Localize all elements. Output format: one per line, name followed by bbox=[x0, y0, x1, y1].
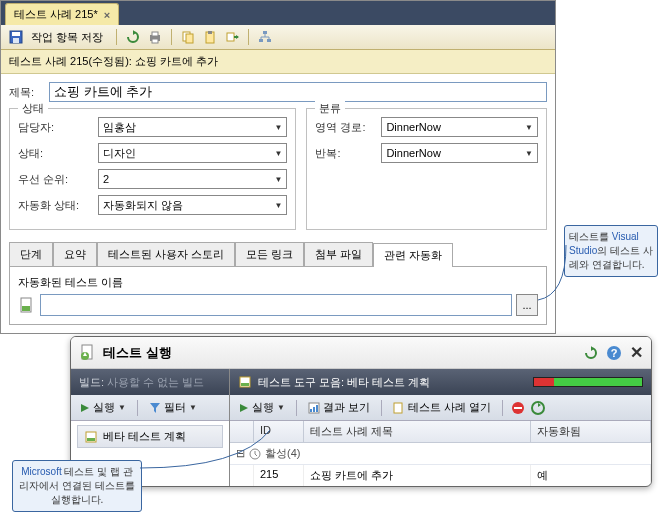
tab-tested-story[interactable]: 테스트된 사용자 스토리 bbox=[97, 242, 235, 266]
view-results-button[interactable]: 결과 보기 bbox=[305, 399, 373, 416]
assignee-combo[interactable]: 임홍삼▼ bbox=[98, 117, 287, 137]
refresh-icon[interactable] bbox=[584, 346, 598, 360]
status-heading: 상태 bbox=[18, 101, 48, 116]
run-icon bbox=[79, 344, 97, 362]
tab-title: 테스트 사례 215* bbox=[14, 7, 98, 22]
test-plan-item[interactable]: 베타 테스트 계획 bbox=[77, 425, 223, 448]
paste-icon[interactable] bbox=[201, 28, 219, 46]
svg-rect-7 bbox=[186, 34, 193, 43]
state-value: 디자인 bbox=[103, 146, 136, 161]
chevron-down-icon: ▼ bbox=[525, 123, 533, 132]
block-icon[interactable] bbox=[511, 401, 525, 415]
assignee-value: 임홍삼 bbox=[103, 120, 136, 135]
tab-related-automation[interactable]: 관련 자동화 bbox=[373, 243, 453, 267]
chevron-down-icon: ▼ bbox=[275, 201, 283, 210]
tab-all-links[interactable]: 모든 링크 bbox=[235, 242, 304, 266]
test-doc-icon bbox=[18, 296, 36, 314]
chevron-down-icon: ▼ bbox=[275, 175, 283, 184]
automation-value: 자동화되지 않음 bbox=[103, 198, 183, 213]
save-label: 작업 항목 저장 bbox=[31, 30, 103, 45]
progress-bar bbox=[533, 377, 643, 387]
status-panel: 상태 담당자: 임홍삼▼ 상태: 디자인▼ 우선 순위: 2▼ 자동화 상태: … bbox=[9, 108, 296, 230]
svg-rect-12 bbox=[259, 39, 263, 42]
title-input[interactable] bbox=[49, 82, 547, 102]
cell-auto: 예 bbox=[531, 465, 651, 486]
chevron-down-icon: ▼ bbox=[118, 403, 126, 412]
callout-link-test: 테스트를 Visual Studio의 테스트 사례와 연결합니다. bbox=[564, 225, 658, 277]
filter-label: 필터 bbox=[164, 400, 186, 415]
run-button-label: 실행 bbox=[252, 400, 274, 415]
run-right-pane: 테스트 도구 모음: 베타 테스트 계획 실행 ▼ 결과 보기 bbox=[229, 369, 651, 486]
svg-rect-13 bbox=[267, 39, 271, 42]
collapse-icon[interactable]: ⊟ bbox=[236, 447, 245, 460]
left-toolbar: 실행 ▼ 필터 ▼ bbox=[71, 395, 229, 421]
ellipsis-label: ... bbox=[522, 299, 531, 311]
title-band: 테스트 사례 215(수정됨): 쇼핑 카트에 추가 bbox=[1, 50, 555, 74]
chevron-down-icon: ▼ bbox=[275, 149, 283, 158]
svg-rect-21 bbox=[87, 438, 95, 441]
help-icon[interactable]: ? bbox=[606, 345, 622, 361]
col-auto[interactable]: 자동화됨 bbox=[531, 421, 651, 442]
run-menu-label: 실행 bbox=[93, 400, 115, 415]
svg-rect-1 bbox=[12, 32, 20, 36]
reset-icon[interactable] bbox=[531, 401, 545, 415]
class-heading: 분류 bbox=[315, 101, 345, 116]
iteration-combo[interactable]: DinnerNow▼ bbox=[381, 143, 538, 163]
iteration-value: DinnerNow bbox=[386, 147, 440, 159]
col-title[interactable]: 테스트 사례 제목 bbox=[304, 421, 531, 442]
suite-label: 테스트 도구 모음: 베타 테스트 계획 bbox=[258, 375, 430, 390]
right-toolbar: 실행 ▼ 결과 보기 테스트 사례 열기 bbox=[230, 395, 651, 421]
automation-label: 자동화 상태: bbox=[18, 198, 98, 213]
svg-rect-2 bbox=[13, 38, 19, 43]
svg-rect-28 bbox=[394, 403, 402, 413]
chevron-down-icon: ▼ bbox=[275, 123, 283, 132]
grid-group-row[interactable]: ⊟ 활성(4) bbox=[230, 443, 651, 465]
document-tab-bar: 테스트 사례 215* × bbox=[1, 1, 555, 25]
open-test-case-button[interactable]: 테스트 사례 열기 bbox=[390, 399, 494, 416]
area-combo[interactable]: DinnerNow▼ bbox=[381, 117, 538, 137]
build-label: 빌드: bbox=[79, 375, 104, 390]
priority-value: 2 bbox=[103, 173, 109, 185]
cell-title: 쇼핑 카트에 추가 bbox=[304, 465, 531, 486]
close-icon[interactable]: ✕ bbox=[630, 343, 643, 362]
svg-rect-27 bbox=[316, 405, 318, 412]
auto-test-name-input[interactable] bbox=[40, 294, 512, 316]
browse-button[interactable]: ... bbox=[516, 294, 538, 316]
svg-rect-4 bbox=[152, 32, 158, 36]
priority-combo[interactable]: 2▼ bbox=[98, 169, 287, 189]
tree-icon[interactable] bbox=[256, 28, 274, 46]
run-menu-button[interactable]: 실행 ▼ bbox=[77, 399, 129, 416]
callout-run-test: Microsoft 테스트 및 랩 관리자에서 연결된 테스트를 실행합니다. bbox=[12, 460, 142, 512]
copy-icon[interactable] bbox=[179, 28, 197, 46]
classification-panel: 분류 영역 경로: DinnerNow▼ 반복: DinnerNow▼ bbox=[306, 108, 547, 230]
filter-button[interactable]: 필터 ▼ bbox=[146, 399, 200, 416]
col-id[interactable]: ID bbox=[254, 421, 304, 442]
work-item-window: 테스트 사례 215* × 작업 항목 저장 테스트 사례 215(수정됨): … bbox=[0, 0, 556, 334]
detail-tabs: 단계 요약 테스트된 사용자 스토리 모든 링크 첨부 파일 관련 자동화 bbox=[9, 242, 547, 267]
save-icon[interactable] bbox=[7, 28, 25, 46]
auto-test-name-label: 자동화된 테스트 이름 bbox=[18, 275, 538, 290]
tab-attachments[interactable]: 첨부 파일 bbox=[304, 242, 373, 266]
automation-combo[interactable]: 자동화되지 않음▼ bbox=[98, 195, 287, 215]
document-tab[interactable]: 테스트 사례 215* × bbox=[5, 3, 119, 25]
title-label: 제목: bbox=[9, 85, 49, 100]
tab-summary[interactable]: 요약 bbox=[53, 242, 97, 266]
state-combo[interactable]: 디자인▼ bbox=[98, 143, 287, 163]
iteration-label: 반복: bbox=[315, 146, 381, 161]
refresh-icon[interactable] bbox=[124, 28, 142, 46]
build-value: 사용할 수 없는 빌드 bbox=[107, 375, 204, 390]
test-run-window: 테스트 실행 ? ✕ 빌드: 사용할 수 없는 빌드 실행 ▼ bbox=[70, 336, 652, 487]
close-icon[interactable]: × bbox=[104, 9, 110, 21]
chevron-down-icon: ▼ bbox=[525, 149, 533, 158]
cell-id: 215 bbox=[254, 465, 304, 486]
plan-item-label: 베타 테스트 계획 bbox=[103, 429, 186, 444]
svg-rect-9 bbox=[208, 31, 212, 34]
link-icon[interactable] bbox=[223, 28, 241, 46]
chevron-down-icon: ▼ bbox=[189, 403, 197, 412]
assignee-label: 담당자: bbox=[18, 120, 98, 135]
view-results-label: 결과 보기 bbox=[323, 400, 370, 415]
table-row[interactable]: 215 쇼핑 카트에 추가 예 bbox=[230, 465, 651, 486]
tab-steps[interactable]: 단계 bbox=[9, 242, 53, 266]
print-icon[interactable] bbox=[146, 28, 164, 46]
run-button[interactable]: 실행 ▼ bbox=[236, 399, 288, 416]
